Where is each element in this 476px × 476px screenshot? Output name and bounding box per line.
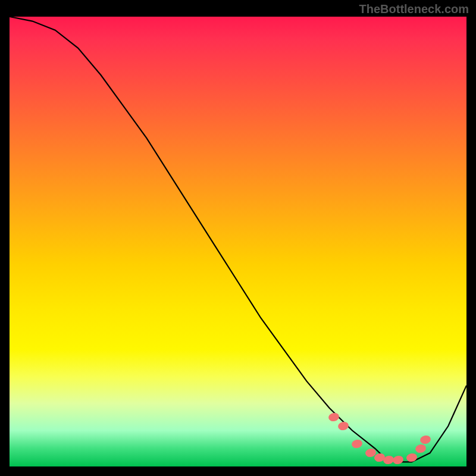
chart-curve-svg xyxy=(10,17,466,466)
chart-dot xyxy=(419,434,432,444)
chart-dot xyxy=(406,452,418,462)
chart-dot xyxy=(415,443,427,453)
chart-dot xyxy=(337,421,349,431)
watermark-text: TheBottleneck.com xyxy=(359,2,469,16)
chart-plot-area xyxy=(10,17,466,466)
chart-dot xyxy=(350,439,363,449)
chart-dot xyxy=(328,412,340,422)
chart-line-path xyxy=(10,17,466,462)
chart-dot xyxy=(392,455,405,465)
